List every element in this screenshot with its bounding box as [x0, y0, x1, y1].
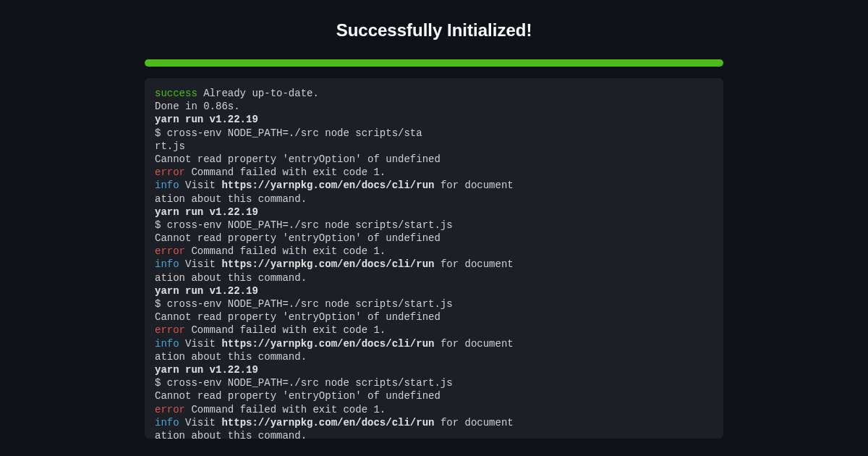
terminal-segment-bold: yarn run v1.22.19	[155, 285, 258, 297]
terminal-line: ation about this command.	[155, 271, 713, 284]
terminal-line: yarn run v1.22.19	[155, 113, 713, 126]
terminal-line: error Command failed with exit code 1.	[155, 324, 713, 337]
terminal-segment-bold: https://yarnpkg.com/en/docs/cli/run	[221, 180, 434, 191]
terminal-segment-bold: https://yarnpkg.com/en/docs/cli/run	[221, 258, 434, 270]
terminal-line: Cannot read property 'entryOption' of un…	[155, 311, 713, 324]
terminal-line: $ cross-env NODE_PATH=./src node scripts…	[155, 127, 713, 140]
terminal-line: $ cross-env NODE_PATH=./src node scripts…	[155, 376, 713, 389]
terminal-segment-info: info	[155, 258, 179, 270]
terminal-segment-plain: for document	[434, 417, 513, 428]
terminal-line: ation about this command.	[155, 193, 713, 206]
terminal-line: rt.js	[155, 140, 713, 153]
terminal-segment-plain: Command failed with exit code 1.	[185, 245, 386, 257]
terminal-segment-bold: yarn run v1.22.19	[155, 206, 258, 218]
terminal-segment-plain: ation about this command.	[155, 272, 307, 284]
terminal-line: info Visit https://yarnpkg.com/en/docs/c…	[155, 416, 713, 429]
terminal-segment-plain: Visit	[179, 338, 222, 350]
terminal-line: info Visit https://yarnpkg.com/en/docs/c…	[155, 337, 713, 350]
terminal-line: success Already up-to-date.	[155, 87, 713, 100]
content-container: Successfully Initialized! success Alread…	[145, 0, 723, 439]
terminal-segment-bold: https://yarnpkg.com/en/docs/cli/run	[221, 338, 434, 350]
terminal-segment-plain: for document	[434, 338, 513, 350]
terminal-segment-bold: yarn run v1.22.19	[155, 114, 258, 125]
terminal-segment-plain: $ cross-env NODE_PATH=./src node scripts…	[155, 298, 453, 310]
terminal-line: yarn run v1.22.19	[155, 284, 713, 297]
terminal-segment-plain: for document	[434, 180, 513, 191]
terminal-line: error Command failed with exit code 1.	[155, 403, 713, 416]
terminal-segment-info: info	[155, 417, 179, 428]
terminal-line: $ cross-env NODE_PATH=./src node scripts…	[155, 219, 713, 232]
terminal-segment-bold: https://yarnpkg.com/en/docs/cli/run	[221, 417, 434, 428]
terminal-line: ation about this command.	[155, 350, 713, 363]
page-title: Successfully Initialized!	[145, 20, 723, 41]
terminal-segment-success: success	[155, 88, 197, 99]
terminal-segment-plain: Cannot read property 'entryOption' of un…	[155, 390, 441, 402]
terminal-line: info Visit https://yarnpkg.com/en/docs/c…	[155, 258, 713, 271]
terminal-segment-plain: ation about this command.	[155, 430, 307, 439]
terminal-segment-plain: $ cross-env NODE_PATH=./src node scripts…	[155, 219, 453, 231]
terminal-line: Cannot read property 'entryOption' of un…	[155, 389, 713, 402]
terminal-segment-plain: Done in 0.86s.	[155, 101, 240, 112]
terminal-line: Done in 0.86s.	[155, 100, 713, 113]
terminal-line: $ cross-env NODE_PATH=./src node scripts…	[155, 297, 713, 311]
terminal-line: info Visit https://yarnpkg.com/en/docs/c…	[155, 179, 713, 192]
terminal-segment-info: info	[155, 338, 179, 350]
terminal-segment-plain: $ cross-env NODE_PATH=./src node scripts…	[155, 377, 453, 389]
terminal-line: ation about this command.	[155, 429, 713, 439]
terminal-segment-info: info	[155, 180, 179, 191]
terminal-segment-plain: Cannot read property 'entryOption' of un…	[155, 153, 441, 165]
terminal-segment-plain: Command failed with exit code 1.	[185, 166, 386, 178]
terminal-output[interactable]: success Already up-to-date.Done in 0.86s…	[145, 78, 723, 439]
terminal-segment-plain: Command failed with exit code 1.	[185, 324, 386, 336]
terminal-line: Cannot read property 'entryOption' of un…	[155, 153, 713, 166]
terminal-segment-plain: Visit	[179, 258, 222, 270]
terminal-segment-plain: for document	[434, 258, 513, 270]
terminal-segment-plain: Cannot read property 'entryOption' of un…	[155, 232, 441, 244]
terminal-segment-error: error	[155, 324, 185, 336]
terminal-segment-bold: yarn run v1.22.19	[155, 364, 258, 376]
terminal-segment-plain: Command failed with exit code 1.	[185, 404, 386, 415]
terminal-line: yarn run v1.22.19	[155, 363, 713, 376]
terminal-segment-error: error	[155, 166, 185, 178]
terminal-segment-plain: ation about this command.	[155, 351, 307, 363]
terminal-line: error Command failed with exit code 1.	[155, 166, 713, 179]
terminal-segment-plain: Visit	[179, 180, 222, 191]
progress-bar	[145, 59, 723, 67]
terminal-segment-plain: ation about this command.	[155, 193, 307, 205]
terminal-segment-plain: rt.js	[155, 140, 185, 152]
terminal-segment-plain: $ cross-env NODE_PATH=./src node scripts…	[155, 127, 422, 139]
terminal-segment-error: error	[155, 245, 185, 257]
terminal-line: Cannot read property 'entryOption' of un…	[155, 232, 713, 245]
terminal-segment-error: error	[155, 404, 185, 415]
terminal-segment-plain: Cannot read property 'entryOption' of un…	[155, 311, 441, 323]
terminal-line: error Command failed with exit code 1.	[155, 245, 713, 258]
terminal-line: yarn run v1.22.19	[155, 206, 713, 219]
terminal-segment-plain: Already up-to-date.	[197, 88, 319, 99]
terminal-segment-plain: Visit	[179, 417, 222, 428]
